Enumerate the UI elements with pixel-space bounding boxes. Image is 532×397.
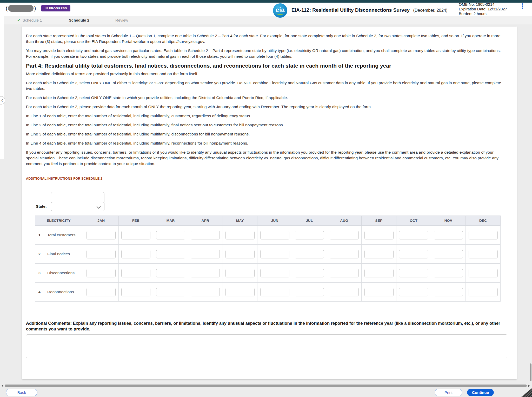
input-final-notices-jul[interactable] bbox=[295, 250, 324, 258]
input-reconnections-oct[interactable] bbox=[399, 288, 428, 296]
input-total-customers-may[interactable] bbox=[225, 231, 255, 239]
input-final-notices-may[interactable] bbox=[225, 250, 255, 258]
input-disconnections-jun[interactable] bbox=[260, 269, 289, 277]
row-number: 1 bbox=[35, 226, 44, 245]
input-disconnections-feb[interactable] bbox=[121, 269, 150, 277]
tab-schedule-2[interactable]: Schedule 2 bbox=[69, 16, 89, 24]
left-panel-rail: ❮ bbox=[0, 16, 4, 159]
input-reconnections-mar[interactable] bbox=[156, 288, 185, 296]
month-header-mar: MAR bbox=[153, 216, 188, 226]
data-cell bbox=[362, 226, 396, 245]
input-reconnections-may[interactable] bbox=[225, 288, 255, 296]
input-reconnections-jan[interactable] bbox=[87, 288, 116, 296]
input-total-customers-mar[interactable] bbox=[156, 231, 185, 239]
app-header: ( ) IN PROGRESS eia EIA-112: Residential… bbox=[0, 3, 532, 16]
data-cell bbox=[466, 245, 501, 264]
input-disconnections-apr[interactable] bbox=[191, 269, 220, 277]
horizontal-scrollbar[interactable] bbox=[2, 384, 530, 387]
input-disconnections-sep[interactable] bbox=[364, 269, 394, 277]
input-reconnections-feb[interactable] bbox=[121, 288, 150, 296]
row-label: Reconnections bbox=[44, 283, 84, 302]
input-total-customers-sep[interactable] bbox=[364, 231, 394, 239]
input-final-notices-oct[interactable] bbox=[399, 250, 428, 258]
input-final-notices-aug[interactable] bbox=[330, 250, 359, 258]
table-row: 4Reconnections bbox=[35, 283, 501, 302]
input-total-customers-apr[interactable] bbox=[191, 231, 220, 239]
data-cell bbox=[223, 245, 257, 264]
additional-comments-textarea[interactable] bbox=[26, 334, 507, 358]
input-disconnections-oct[interactable] bbox=[399, 269, 428, 277]
input-disconnections-may[interactable] bbox=[225, 269, 255, 277]
data-cell bbox=[84, 264, 119, 283]
input-reconnections-aug[interactable] bbox=[330, 288, 359, 296]
input-disconnections-nov[interactable] bbox=[434, 269, 463, 277]
input-reconnections-dec[interactable] bbox=[469, 288, 498, 296]
input-total-customers-jul[interactable] bbox=[295, 231, 324, 239]
input-reconnections-sep[interactable] bbox=[364, 288, 394, 296]
month-header-feb: FEB bbox=[118, 216, 153, 226]
back-button[interactable]: Back bbox=[6, 389, 37, 396]
tab-review[interactable]: Review bbox=[115, 16, 128, 24]
input-disconnections-dec[interactable] bbox=[469, 269, 498, 277]
input-total-customers-jan[interactable] bbox=[87, 231, 116, 239]
tab-label: Schedule 1 bbox=[23, 18, 42, 22]
input-final-notices-jan[interactable] bbox=[87, 250, 116, 258]
input-final-notices-mar[interactable] bbox=[156, 250, 185, 258]
row-number: 2 bbox=[35, 245, 44, 264]
input-final-notices-feb[interactable] bbox=[121, 250, 150, 258]
input-reconnections-jul[interactable] bbox=[295, 288, 324, 296]
row-label: Disconnections bbox=[44, 264, 84, 283]
survey-period: (December, 2024) bbox=[413, 8, 448, 12]
month-header-jan: JAN bbox=[84, 216, 119, 226]
state-select[interactable] bbox=[51, 202, 104, 211]
input-final-notices-jun[interactable] bbox=[260, 250, 289, 258]
scroll-left-arrow-icon[interactable] bbox=[2, 385, 3, 387]
input-total-customers-aug[interactable] bbox=[330, 231, 359, 239]
additional-instructions-link[interactable]: ADDITIONAL INSTRUCTIONS FOR SCHEDULE 2 bbox=[26, 177, 102, 180]
data-cell bbox=[362, 283, 396, 302]
month-header-sep: SEP bbox=[362, 216, 396, 226]
kebab-menu-icon[interactable] bbox=[521, 3, 524, 10]
data-cell bbox=[362, 245, 396, 264]
part4-paragraph: In Line 1 of each table, enter the total… bbox=[26, 113, 506, 119]
data-cell bbox=[431, 245, 466, 264]
part4-paragraph: For each table in Schedule 2, please pro… bbox=[26, 104, 506, 110]
input-total-customers-nov[interactable] bbox=[434, 231, 463, 239]
input-reconnections-nov[interactable] bbox=[434, 288, 463, 296]
print-button[interactable]: Print bbox=[435, 389, 462, 396]
data-cell bbox=[223, 264, 257, 283]
continue-button[interactable]: Continue bbox=[467, 389, 494, 396]
input-disconnections-jul[interactable] bbox=[295, 269, 324, 277]
data-cell bbox=[292, 264, 327, 283]
input-disconnections-aug[interactable] bbox=[330, 269, 359, 277]
input-final-notices-dec[interactable] bbox=[469, 250, 498, 258]
input-total-customers-oct[interactable] bbox=[399, 231, 428, 239]
input-disconnections-mar[interactable] bbox=[156, 269, 185, 277]
input-reconnections-apr[interactable] bbox=[191, 288, 220, 296]
tab-schedule-1[interactable]: ✓Schedule 1 bbox=[17, 16, 42, 24]
input-final-notices-apr[interactable] bbox=[191, 250, 220, 258]
input-total-customers-jun[interactable] bbox=[260, 231, 289, 239]
top-strip bbox=[0, 0, 532, 3]
monthly-data-table: ELECTRICITY JANFEBMARAPRMAYJUNJULAUGSEPO… bbox=[35, 216, 501, 302]
panel-expand-handle[interactable]: ❮ bbox=[0, 96, 5, 105]
data-cell bbox=[327, 226, 362, 245]
vertical-scrollbar-thumb[interactable] bbox=[530, 363, 531, 381]
month-header-jun: JUN bbox=[257, 216, 292, 226]
instructions-paragraph: You may provide both electricity and nat… bbox=[26, 48, 506, 59]
data-cell bbox=[327, 245, 362, 264]
scroll-right-arrow-icon[interactable] bbox=[528, 385, 530, 387]
input-final-notices-sep[interactable] bbox=[364, 250, 394, 258]
input-disconnections-jan[interactable] bbox=[87, 269, 116, 277]
paren-open: ( bbox=[6, 5, 8, 12]
input-reconnections-jun[interactable] bbox=[260, 288, 289, 296]
input-final-notices-nov[interactable] bbox=[434, 250, 463, 258]
input-total-customers-dec[interactable] bbox=[469, 231, 498, 239]
step-tabbar: ✓Schedule 1 Schedule 2 Review bbox=[0, 16, 532, 24]
horizontal-scrollbar-thumb[interactable] bbox=[5, 385, 527, 387]
month-header-apr: APR bbox=[188, 216, 223, 226]
input-total-customers-feb[interactable] bbox=[121, 231, 150, 239]
row-number: 3 bbox=[35, 264, 44, 283]
table-row: 2Final notices bbox=[35, 245, 501, 264]
data-cell bbox=[188, 264, 223, 283]
